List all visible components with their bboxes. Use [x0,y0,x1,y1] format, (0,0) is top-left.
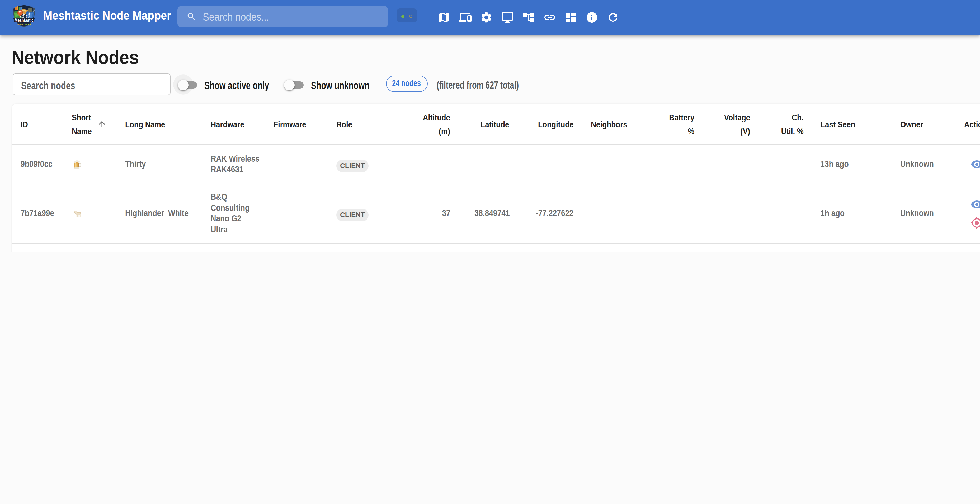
svg-text:Meshtastic: Meshtastic [14,18,33,23]
svg-text:NODE MAP: NODE MAP [17,23,31,26]
